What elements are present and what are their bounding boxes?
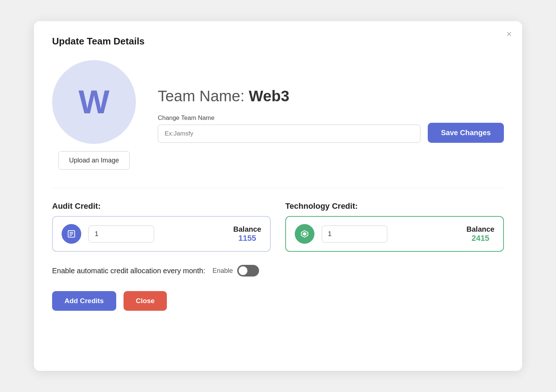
tech-balance-value: 2415 (466, 234, 494, 243)
auto-alloc-label: Enable automatic credit allocation every… (52, 267, 205, 275)
tech-credit-icon (295, 224, 314, 244)
form-row: Change Team Name Save Changes (158, 114, 504, 143)
close-icon[interactable]: × (506, 29, 512, 39)
svg-marker-5 (303, 232, 306, 236)
team-name-prefix: Team Name: (158, 87, 249, 105)
audit-balance-label: Balance (233, 225, 261, 234)
tech-credit-input[interactable] (322, 226, 387, 243)
avatar-letter: W (79, 83, 110, 121)
enable-label: Enable (212, 267, 233, 275)
add-credits-button[interactable]: Add Credits (52, 291, 116, 311)
modal-title: Update Team Details (52, 36, 504, 47)
tech-balance-label: Balance (466, 225, 494, 234)
team-name-display: Team Name: Web3 (158, 87, 504, 105)
team-name-value: Web3 (249, 87, 289, 105)
change-name-group: Change Team Name (158, 114, 420, 143)
toggle-slider (237, 265, 259, 277)
save-changes-button[interactable]: Save Changes (428, 123, 504, 143)
audit-credit-icon (62, 224, 81, 244)
audit-balance-value: 1155 (233, 234, 261, 243)
audit-credit-card: Audit Credit: Balance 1155 (52, 201, 271, 252)
upload-image-button[interactable]: Upload an Image (58, 151, 129, 170)
team-name-area: Team Name: Web3 Change Team Name Save Ch… (158, 87, 504, 143)
tech-credit-card: Technology Credit: Balance 2415 (285, 201, 504, 252)
audit-balance-area: Balance 1155 (233, 225, 261, 243)
tech-credit-box: Balance 2415 (285, 216, 504, 252)
credits-section: Audit Credit: Balance 1155 (52, 201, 504, 252)
tech-balance-area: Balance 2415 (466, 225, 494, 243)
tech-credit-title: Technology Credit: (285, 201, 504, 211)
auto-alloc-toggle[interactable] (237, 265, 259, 277)
enable-group: Enable (212, 265, 259, 277)
close-button[interactable]: Close (124, 291, 167, 311)
bottom-buttons: Add Credits Close (52, 291, 504, 311)
change-name-label: Change Team Name (158, 114, 420, 122)
svg-rect-2 (70, 234, 73, 234)
svg-rect-1 (70, 232, 73, 233)
audit-credit-input[interactable] (89, 226, 154, 243)
divider (52, 188, 504, 188)
avatar: W (52, 60, 136, 144)
audit-credit-title: Audit Credit: (52, 201, 271, 211)
svg-rect-3 (70, 235, 72, 236)
auto-alloc-row: Enable automatic credit allocation every… (52, 265, 504, 277)
top-section: W Upload an Image Team Name: Web3 Change… (52, 60, 504, 170)
avatar-area: W Upload an Image (52, 60, 136, 170)
modal-container: × Update Team Details W Upload an Image … (34, 21, 522, 371)
audit-credit-box: Balance 1155 (52, 216, 271, 252)
change-name-input[interactable] (158, 125, 420, 143)
